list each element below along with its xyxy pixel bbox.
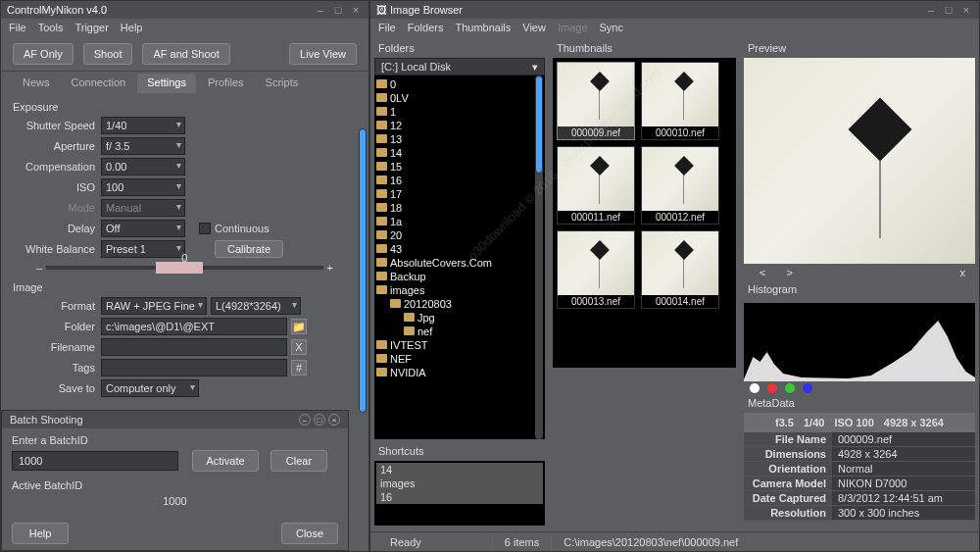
folders-label: Folders (378, 42, 545, 54)
folder-item[interactable]: Jpg (376, 311, 543, 325)
channel-dot[interactable] (750, 383, 760, 393)
meta-key: Orientation (744, 462, 832, 476)
folder-item[interactable]: NVIDIA (376, 366, 543, 379)
size-select[interactable]: L(4928*3264) (211, 297, 301, 315)
folder-item[interactable]: 14 (376, 146, 543, 160)
menu-sync[interactable]: Sync (600, 22, 623, 33)
shortcuts-label: Shortcuts (378, 445, 545, 457)
thumbnail[interactable]: 000010.nef (641, 62, 719, 140)
menu-trigger[interactable]: Trigger (74, 22, 108, 33)
af-only-button[interactable]: AF Only (13, 43, 74, 65)
shortcut-item[interactable]: images (376, 477, 543, 490)
compensation-select[interactable]: 0.00 (101, 158, 185, 176)
slider-thumb[interactable] (156, 262, 203, 274)
tab-scripts[interactable]: Scripts (256, 74, 309, 93)
folder-item[interactable]: 17 (376, 187, 543, 201)
thumbnail[interactable]: 000009.nef (557, 62, 635, 140)
tab-news[interactable]: News (13, 74, 60, 93)
shortcut-item[interactable]: 16 (376, 490, 543, 504)
calibrate-button[interactable]: Calibrate (215, 240, 283, 258)
folder-input[interactable] (101, 318, 287, 335)
continuous-checkbox[interactable] (199, 223, 211, 234)
browser-min-icon[interactable]: – (924, 4, 938, 16)
folder-item[interactable]: 20 (376, 228, 543, 242)
folder-item[interactable]: 0LV (376, 91, 543, 105)
folder-item[interactable]: 43 (376, 242, 543, 256)
exposure-slider[interactable]: 0 (46, 266, 322, 270)
tags-edit-icon[interactable]: # (291, 360, 307, 376)
minimize-icon[interactable]: – (314, 4, 327, 16)
browser-close-icon[interactable]: × (959, 4, 973, 16)
thumbnail[interactable]: 000014.nef (641, 230, 719, 309)
clear-button[interactable]: Clear (270, 450, 327, 472)
menu-file[interactable]: File (9, 22, 26, 33)
delay-select[interactable]: Off (101, 220, 185, 237)
drive-select[interactable]: [C:] Local Disk ▾ (374, 58, 545, 75)
iso-select[interactable]: 100 (101, 178, 185, 196)
saveto-select[interactable]: Computer only (101, 379, 199, 397)
shutter-select[interactable]: 1/40 (101, 117, 185, 134)
help-button[interactable]: Help (12, 523, 69, 544)
preview-next-button[interactable]: > (781, 267, 799, 278)
menu-file[interactable]: File (378, 22, 396, 33)
channel-dot[interactable] (785, 383, 795, 393)
folder-item[interactable]: 0 (376, 77, 543, 91)
af-and-shoot-button[interactable]: AF and Shoot (142, 43, 229, 65)
filename-clear-icon[interactable]: X (291, 339, 307, 355)
folder-item[interactable]: NEF (376, 352, 543, 366)
controlmynikon-window: ControlMyNikon v4.0 – □ × File Tools Tri… (0, 0, 369, 552)
folder-item[interactable]: AbsoluteCovers.Com (376, 256, 543, 270)
batch-close-icon[interactable]: × (328, 414, 340, 426)
folder-item[interactable]: 12 (376, 119, 543, 132)
thumbnail[interactable]: 000012.nef (641, 146, 719, 225)
folder-browse-icon[interactable]: 📁 (291, 319, 307, 334)
channel-dot[interactable] (767, 383, 777, 393)
menu-thumbnails[interactable]: Thumbnails (455, 22, 511, 33)
tags-input[interactable] (101, 359, 287, 376)
channel-dot[interactable] (803, 383, 812, 393)
format-select[interactable]: RAW + JPEG Fine (101, 297, 207, 315)
mode-label: Mode (13, 202, 101, 214)
folder-scrollbar[interactable] (535, 75, 543, 439)
meta-value: 000009.nef (832, 432, 975, 446)
folder-item[interactable]: images (376, 283, 543, 297)
preview-close-button[interactable]: x (955, 267, 972, 278)
folder-item[interactable]: 18 (376, 201, 543, 215)
settings-scrollbar[interactable] (359, 128, 367, 383)
thumbnail[interactable]: 000013.nef (557, 230, 635, 309)
wb-select[interactable]: Preset 1 (101, 240, 185, 258)
live-view-button[interactable]: Live View (289, 43, 357, 65)
batch-max-icon[interactable]: □ (314, 414, 325, 426)
folder-item[interactable]: Backup (376, 270, 543, 283)
thumbnail[interactable]: 000011.nef (557, 146, 635, 225)
tab-profiles[interactable]: Profiles (198, 74, 254, 93)
folder-item[interactable]: 1 (376, 105, 543, 119)
preview-prev-button[interactable]: < (754, 267, 771, 278)
menu-view[interactable]: View (522, 22, 546, 33)
menu-folders[interactable]: Folders (408, 22, 444, 33)
folder-item[interactable]: 13 (376, 132, 543, 146)
menu-tools[interactable]: Tools (38, 22, 64, 33)
folder-item[interactable]: IVTEST (376, 338, 543, 352)
browser-max-icon[interactable]: □ (942, 4, 956, 16)
folder-tree[interactable]: 00LV1121314151617181a2043AbsoluteCovers.… (374, 75, 545, 439)
close-button[interactable]: Close (281, 523, 338, 544)
aperture-select[interactable]: f/ 3.5 (101, 137, 185, 155)
shoot-button[interactable]: Shoot (83, 43, 133, 65)
shortcut-item[interactable]: 14 (376, 463, 543, 477)
folder-item[interactable]: 1a (376, 215, 543, 228)
filename-input[interactable] (101, 338, 287, 356)
close-icon[interactable]: × (349, 4, 363, 16)
menu-help[interactable]: Help (121, 22, 143, 33)
folder-item[interactable]: 16 (376, 174, 543, 187)
tab-settings[interactable]: Settings (137, 74, 196, 93)
meta-key: File Name (744, 432, 832, 446)
folder-item[interactable]: 20120803 (376, 297, 543, 311)
batch-id-input[interactable] (12, 451, 178, 471)
activate-button[interactable]: Activate (192, 450, 259, 472)
maximize-icon[interactable]: □ (331, 4, 345, 16)
folder-item[interactable]: nef (376, 325, 543, 338)
batch-min-icon[interactable]: – (299, 414, 311, 426)
folder-item[interactable]: 15 (376, 160, 543, 174)
tab-connection[interactable]: Connection (62, 74, 136, 93)
